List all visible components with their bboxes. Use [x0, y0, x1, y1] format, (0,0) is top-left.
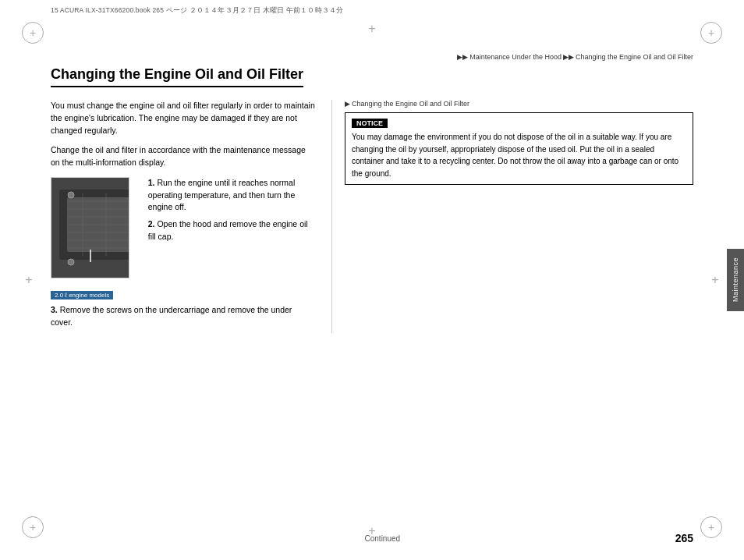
steps-1-2: 1. Run the engine until it reaches norma… [148, 177, 316, 248]
step-2-text: Open the hood and remove the engine oil … [148, 219, 308, 241]
step-1-text: Run the engine until it reaches normal o… [148, 178, 296, 212]
sidebar-tab: Maintenance [727, 249, 744, 311]
breadcrumb-part2: Changing the Engine Oil and Oil Filter [576, 53, 693, 61]
step-2-num: 2. [148, 219, 155, 229]
bottom-bar: Continued 265 [51, 532, 693, 544]
engine-image [51, 178, 129, 278]
svg-point-15 [68, 259, 74, 265]
notice-box: NOTICE You may damage the environment if… [345, 112, 693, 185]
engine-image-container: 2.0 ℓ engine models Under Cover Screw [51, 177, 129, 278]
step-3-num: 3. [51, 305, 58, 314]
continued-text: Continued [90, 534, 675, 543]
change-oil-text: Change the oil and filter in accordance … [51, 144, 316, 169]
right-breadcrumb-arrow: ▶ [345, 100, 350, 108]
svg-point-17 [68, 192, 74, 198]
step-3: 3. Remove the screws on the undercarriag… [51, 304, 316, 329]
right-column: ▶ Changing the Engine Oil and Oil Filter… [331, 100, 693, 333]
cross-top [365, 22, 379, 36]
corner-mark-bl [22, 516, 44, 538]
corner-mark-tl [22, 22, 44, 44]
notice-title: NOTICE [352, 119, 388, 128]
breadcrumb: ▶▶ Maintenance Under the Hood ▶▶ Changin… [457, 53, 693, 61]
notice-text: You may damage the environment if you do… [352, 131, 686, 179]
right-breadcrumb: ▶ Changing the Engine Oil and Oil Filter [345, 100, 693, 108]
file-metadata: 15 ACURA ILX-31TX66200.book 265 ページ ２０１４… [51, 6, 343, 16]
breadcrumb-arrow-prefix: ▶▶ [457, 53, 468, 61]
engine-svg [51, 178, 129, 278]
corner-mark-br [700, 516, 722, 538]
step-3-section: 2.0 ℓ engine models 3. Remove the screws… [51, 289, 316, 329]
corner-mark-tr [700, 22, 722, 44]
page-number: 265 [675, 532, 693, 544]
breadcrumb-arrow1: ▶▶ [563, 53, 574, 61]
right-breadcrumb-text: Changing the Engine Oil and Oil Filter [352, 100, 469, 108]
step-1: 1. Run the engine until it reaches norma… [148, 177, 316, 214]
step-2: 2. Open the hood and remove the engine o… [148, 218, 316, 243]
model-badge-step3: 2.0 ℓ engine models [51, 291, 113, 299]
breadcrumb-part1: Maintenance Under the Hood [469, 53, 562, 61]
step-1-num: 1. [148, 178, 155, 187]
content-columns: You must change the engine oil and oil f… [51, 100, 693, 333]
left-column: You must change the engine oil and oil f… [51, 100, 316, 333]
step-3-text: Remove the screws on the undercarriage a… [51, 305, 292, 327]
page: 15 ACURA ILX-31TX66200.book 265 ページ ２０１４… [0, 0, 744, 560]
main-content: Changing the Engine Oil and Oil Filter Y… [51, 66, 693, 517]
sidebar-tab-label: Maintenance [732, 257, 739, 302]
page-title: Changing the Engine Oil and Oil Filter [51, 66, 303, 87]
intro-text: You must change the engine oil and oil f… [51, 100, 316, 136]
cross-left [22, 273, 36, 287]
cross-right [708, 273, 722, 287]
